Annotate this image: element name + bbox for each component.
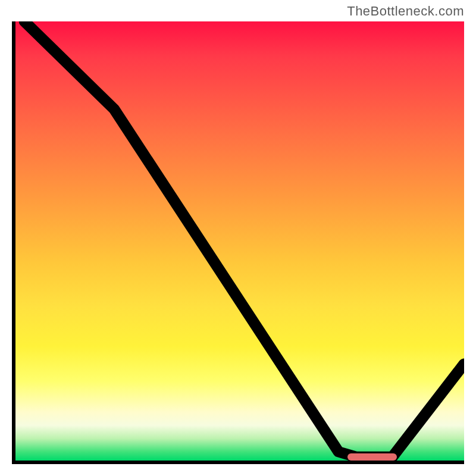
bottleneck-curve bbox=[15, 21, 464, 461]
plot-area bbox=[15, 21, 464, 461]
chart-container: TheBottleneck.com 0 100 0 100 bbox=[0, 0, 476, 476]
y-axis-line bbox=[12, 21, 15, 464]
axes: 0 100 0 100 bbox=[12, 21, 464, 464]
bottleneck-curve-path bbox=[24, 21, 464, 457]
x-axis-line bbox=[12, 461, 464, 464]
watermark-text: TheBottleneck.com bbox=[347, 4, 464, 19]
optimum-marker bbox=[347, 453, 397, 461]
